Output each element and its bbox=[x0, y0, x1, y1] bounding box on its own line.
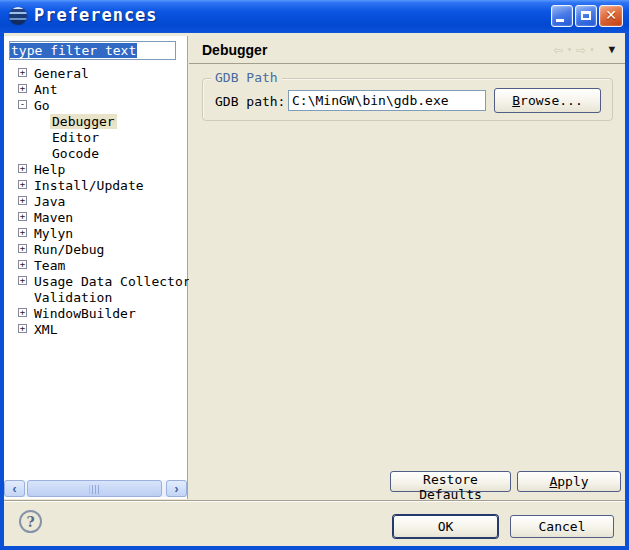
minimize-button[interactable] bbox=[551, 5, 573, 27]
filter-input-value: type filter text bbox=[10, 43, 137, 58]
tree-item-label: Gocode bbox=[50, 146, 101, 161]
window-title: Preferences bbox=[34, 5, 158, 25]
preferences-dialog: Preferences ✕ type filter text +General+… bbox=[0, 0, 629, 550]
tree-item-gocode[interactable]: Gocode bbox=[4, 145, 187, 161]
tree-item-label: Validation bbox=[32, 290, 114, 305]
tree-item-debugger[interactable]: Debugger bbox=[4, 113, 187, 129]
tree-item-label: Run/Debug bbox=[32, 242, 106, 257]
tree-item-run-debug[interactable]: +Run/Debug bbox=[4, 241, 187, 257]
plus-expander-icon[interactable]: + bbox=[18, 260, 27, 269]
close-icon: ✕ bbox=[600, 7, 622, 23]
minus-expander-icon[interactable]: - bbox=[18, 100, 27, 109]
minimize-icon bbox=[556, 19, 564, 22]
tree-item-label: Usage Data Collector bbox=[32, 274, 193, 289]
tree-item-label: XML bbox=[32, 322, 59, 337]
horizontal-scrollbar[interactable]: ‹ › bbox=[4, 480, 187, 497]
tree-item-usage-data-collector[interactable]: +Usage Data Collector bbox=[4, 273, 187, 289]
maximize-button[interactable] bbox=[575, 5, 597, 27]
maximize-icon bbox=[581, 11, 591, 20]
tree-item-ant[interactable]: +Ant bbox=[4, 81, 187, 97]
tree-item-label: Debugger bbox=[50, 114, 117, 129]
plus-expander-icon[interactable]: + bbox=[18, 84, 27, 93]
tree-item-editor[interactable]: Editor bbox=[4, 129, 187, 145]
dialog-body: type filter text +General+Ant-GoDebugger… bbox=[4, 33, 625, 546]
ok-button[interactable]: OK bbox=[393, 515, 498, 538]
filter-input[interactable]: type filter text bbox=[9, 41, 176, 60]
sidebar-panel: type filter text +General+Ant-GoDebugger… bbox=[4, 36, 188, 499]
browse-button[interactable]: Browse... bbox=[494, 88, 601, 113]
tree-item-windowbuilder[interactable]: +WindowBuilder bbox=[4, 305, 187, 321]
plus-expander-icon[interactable]: + bbox=[18, 276, 27, 285]
plus-expander-icon[interactable]: + bbox=[18, 244, 27, 253]
gdb-path-field[interactable] bbox=[288, 90, 486, 111]
group-title: GDB Path bbox=[211, 70, 282, 86]
tree-item-label: Editor bbox=[50, 130, 101, 145]
tree-item-xml[interactable]: +XML bbox=[4, 321, 187, 337]
plus-expander-icon[interactable]: + bbox=[18, 308, 27, 317]
tree-item-install-update[interactable]: +Install/Update bbox=[4, 177, 187, 193]
close-button[interactable]: ✕ bbox=[599, 5, 623, 27]
tree-item-validation[interactable]: Validation bbox=[4, 289, 187, 305]
restore-defaults-button[interactable]: Restore Defaults bbox=[390, 471, 511, 492]
tree-item-mylyn[interactable]: +Mylyn bbox=[4, 225, 187, 241]
help-icon[interactable]: ? bbox=[19, 510, 42, 533]
tree-item-team[interactable]: +Team bbox=[4, 257, 187, 273]
tree-item-label: Java bbox=[32, 194, 67, 209]
tree-item-java[interactable]: +Java bbox=[4, 193, 187, 209]
content-panel: Debugger ⇦ ▾ ⇨ ▾ ▼ GDB Path GDB path: Br… bbox=[189, 36, 625, 500]
tree-item-label: Help bbox=[32, 162, 67, 177]
forward-icon[interactable]: ⇨ bbox=[576, 42, 586, 58]
tree-item-label: Install/Update bbox=[32, 178, 146, 193]
scroll-left-icon[interactable]: ‹ bbox=[4, 480, 25, 497]
page-title: Debugger bbox=[202, 42, 267, 58]
tree-item-label: General bbox=[32, 66, 91, 81]
tree-item-label: Ant bbox=[32, 82, 59, 97]
titlebar[interactable]: Preferences ✕ bbox=[0, 0, 629, 33]
plus-expander-icon[interactable]: + bbox=[18, 228, 27, 237]
plus-expander-icon[interactable]: + bbox=[18, 180, 27, 189]
footer: ? OK Cancel bbox=[4, 502, 625, 546]
plus-expander-icon[interactable]: + bbox=[18, 324, 27, 333]
tree-item-label: Go bbox=[32, 98, 52, 113]
tree-item-label: Maven bbox=[32, 210, 75, 225]
eclipse-logo-icon bbox=[9, 7, 27, 25]
tree-item-go[interactable]: -Go bbox=[4, 97, 187, 113]
back-dropdown-icon[interactable]: ▾ bbox=[567, 46, 572, 54]
back-icon[interactable]: ⇦ bbox=[553, 42, 563, 58]
tree-item-help[interactable]: +Help bbox=[4, 161, 187, 177]
plus-expander-icon[interactable]: + bbox=[18, 164, 27, 173]
cancel-button[interactable]: Cancel bbox=[510, 515, 614, 538]
apply-button[interactable]: Apply bbox=[517, 471, 621, 492]
plus-expander-icon[interactable]: + bbox=[18, 68, 27, 77]
scrollbar-grip-icon bbox=[89, 485, 100, 494]
gdb-path-group: GDB Path GDB path: Browse... bbox=[202, 78, 613, 121]
tree-item-maven[interactable]: +Maven bbox=[4, 209, 187, 225]
tree-item-label: Mylyn bbox=[32, 226, 75, 241]
scrollbar-thumb[interactable] bbox=[27, 480, 162, 497]
view-menu-icon[interactable]: ▼ bbox=[608, 44, 615, 55]
tree-item-label: WindowBuilder bbox=[32, 306, 138, 321]
content-header: Debugger ⇦ ▾ ⇨ ▾ ▼ bbox=[189, 36, 625, 64]
tree-item-general[interactable]: +General bbox=[4, 65, 187, 81]
preferences-tree: +General+Ant-GoDebuggerEditorGocode+Help… bbox=[4, 65, 187, 337]
gdb-path-label: GDB path: bbox=[215, 94, 285, 109]
tree-item-label: Team bbox=[32, 258, 67, 273]
plus-expander-icon[interactable]: + bbox=[18, 212, 27, 221]
plus-expander-icon[interactable]: + bbox=[18, 196, 27, 205]
scroll-right-icon[interactable]: › bbox=[166, 480, 187, 497]
forward-dropdown-icon[interactable]: ▾ bbox=[590, 46, 595, 54]
